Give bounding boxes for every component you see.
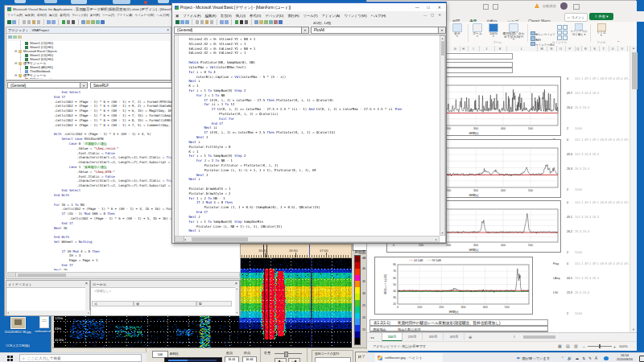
window-mini-icon[interactable] [557, 35, 562, 40]
excel-vscrollbar[interactable]: ▲ ▼ [630, 46, 637, 332]
help-icon[interactable] [101, 20, 105, 24]
menu-item[interactable]: ファイル(F) [183, 14, 201, 18]
view-host-icon[interactable] [175, 20, 180, 24]
menu-item[interactable]: ツール(T) [102, 14, 114, 17]
window-mini-icon[interactable] [557, 31, 562, 35]
sheet-caption-cell[interactable]: 表1.2(1-1) 実測時間中の騒音レベル変動波形(現場騒音、除外音処理無し) [369, 319, 548, 326]
procedure-dropdown[interactable]: PlotAll▾ [311, 27, 446, 34]
media-player-box[interactable] [164, 357, 222, 362]
run-icon[interactable] [235, 20, 239, 24]
menu-item[interactable]: アドイン(A) [117, 14, 132, 17]
maximize-icon[interactable]: □ [427, 5, 430, 10]
menu-item[interactable]: ヘルプ(H) [371, 14, 386, 18]
object-dropdown[interactable]: (General)▾ [174, 27, 309, 34]
sheet-tab-2日目[interactable]: 2日目 [402, 333, 423, 340]
vba-project-toolbar[interactable] [175, 19, 417, 26]
view-normal-icon[interactable]: ▦ [558, 343, 562, 348]
menu-item[interactable]: ウィンドウ(W) [344, 14, 366, 18]
break-icon[interactable] [240, 20, 244, 24]
redo-icon[interactable] [225, 20, 229, 24]
sheet-hscrollbar[interactable]: ‖ [520, 335, 617, 339]
window-mini-icon[interactable] [563, 31, 568, 35]
undo-icon[interactable] [220, 20, 224, 24]
project-explorer-header[interactable]: プロジェクト - VBAProject × [6, 27, 171, 34]
save-icon[interactable] [12, 20, 16, 24]
object-browser-icon[interactable] [269, 20, 273, 24]
taskbar-clock[interactable]: 16:54 2020/08/16 [613, 354, 637, 362]
find-icon[interactable] [210, 20, 214, 24]
toggle-folders-icon[interactable] [18, 35, 22, 39]
code-hscrollbar[interactable] [7, 272, 240, 278]
properties-icon[interactable] [264, 20, 268, 24]
view-object-icon[interactable] [13, 35, 17, 39]
undo-icon[interactable] [47, 20, 51, 24]
code-hscrollbar[interactable]: ◂ ▸ [175, 236, 440, 242]
ribbon-view-button[interactable]: 表示▾ [450, 23, 464, 37]
cut-icon[interactable] [23, 20, 27, 24]
warning-icon[interactable] [535, 3, 539, 8]
paste-icon[interactable] [32, 20, 36, 24]
object-dropdown[interactable]: (General)▾ [7, 82, 88, 88]
sheet-tab-3日目[interactable]: 3日目 [423, 333, 444, 340]
pen-icon[interactable]: ✎ [588, 356, 592, 360]
menu-item[interactable]: デバッグ(D) [72, 14, 87, 17]
menu-item[interactable]: 表示(V) [221, 14, 232, 18]
volume-slider[interactable] [275, 353, 302, 354]
vba-code-editor[interactable]: StLine2.X1 = 0: StLine2.Y1 = NB + 1 StLi… [181, 37, 438, 235]
immediate-vscrollbar[interactable] [85, 287, 89, 311]
view-break-icon[interactable]: ▥ [574, 343, 578, 348]
locals-column-header[interactable]: 型 [196, 301, 232, 306]
view-layout-icon[interactable]: ▤ [566, 343, 570, 348]
save-icon[interactable] [185, 20, 189, 24]
onedrive-gray-icon[interactable]: ☁ [576, 356, 580, 360]
column-header-J[interactable]: J [479, 46, 495, 51]
share-button[interactable]: ⇧ 共有 ▾ [589, 13, 613, 20]
immediate-hscrollbar[interactable]: ◂ ▸ [6, 311, 90, 315]
ribbon-zoom-selection-button[interactable]: 選択範囲に合わせて拡大/縮小▾ [502, 23, 525, 40]
copy-icon[interactable] [27, 20, 31, 24]
accessibility-status[interactable]: アクセシビリティ: 検討が必要です [373, 344, 426, 348]
run-icon[interactable] [62, 20, 66, 24]
action-center-icon[interactable] [639, 356, 644, 362]
code-vscrollbar[interactable]: ▴ ▾ [440, 35, 445, 236]
ribbon-switch-windows[interactable]: ウィンドウの切り替え ▾ [570, 23, 588, 36]
taskbar-search[interactable]: ⌕ ここに入力して検索 [19, 354, 142, 362]
column-header-I[interactable]: I [468, 46, 480, 51]
ime-icon[interactable]: A [595, 356, 597, 360]
reset-icon[interactable] [245, 20, 249, 24]
close-icon[interactable]: × [167, 28, 169, 32]
tree-item[interactable]: 解析モジュール [7, 77, 170, 79]
tray-icons[interactable]: ⌃🔊☁⇅✎A [561, 353, 597, 362]
comments-button[interactable]: ▭ コメント [564, 13, 588, 22]
locals-vscrollbar[interactable]: ▴ ▾ [235, 287, 239, 315]
ribbon-macro-button[interactable]: マクロ▾ [593, 23, 609, 36]
vba-project-menubar[interactable]: ▣ ファイル(F)編集(E)表示(V)挿入(I)書式(O)デバッグ(D)実行(R… [175, 12, 430, 19]
project-explorer-icon[interactable] [86, 20, 90, 24]
menu-item[interactable]: 編集(E) [205, 14, 217, 18]
design-mode-icon[interactable] [81, 20, 85, 24]
window-mini-icon[interactable] [557, 25, 562, 30]
minimize-icon[interactable]: — [415, 5, 419, 10]
locals-column-header[interactable]: 式 [92, 301, 134, 306]
help-icon[interactable] [279, 20, 283, 24]
find-icon[interactable] [37, 20, 41, 24]
paste-icon[interactable] [205, 20, 209, 24]
insert-icon[interactable] [180, 20, 184, 24]
ribbon-100-button[interactable]: 100%▾ [486, 23, 501, 37]
object-browser-icon[interactable] [96, 20, 100, 24]
cut-icon[interactable] [196, 20, 200, 24]
menu-item[interactable]: ヘルプ(H) [156, 14, 169, 17]
network-icon[interactable]: ⇅ [582, 356, 585, 360]
menu-item[interactable]: 編集(E) [25, 14, 35, 17]
break-icon[interactable] [67, 20, 71, 24]
excel-icon[interactable] [7, 20, 11, 24]
design-mode-icon[interactable] [254, 20, 258, 24]
prev-button[interactable]: ◀— [275, 358, 287, 362]
menu-item[interactable]: 書式(O) [60, 14, 69, 17]
menu-item[interactable]: デバッグ(D) [265, 14, 283, 18]
chevron-up-icon[interactable]: ⌃ [561, 356, 564, 360]
project-toolbar[interactable] [8, 34, 22, 40]
menu-item[interactable]: 表示(V) [37, 14, 47, 17]
desktop-icon-cce[interactable]: CCE入力工M(仮) [0, 343, 35, 348]
start-point-field[interactable]: 16:41 [225, 356, 239, 362]
